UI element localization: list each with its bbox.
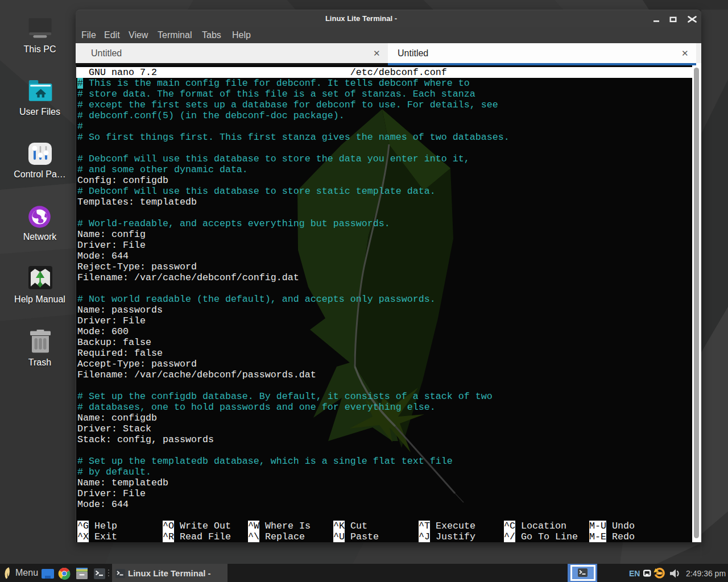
- svg-text:Menu: Menu: [15, 568, 38, 577]
- svg-text:Linux Lite Terminal -: Linux Lite Terminal -: [128, 568, 211, 578]
- svg-text:2:49:36 pm: 2:49:36 pm: [686, 569, 726, 578]
- svg-text:EN: EN: [629, 569, 640, 578]
